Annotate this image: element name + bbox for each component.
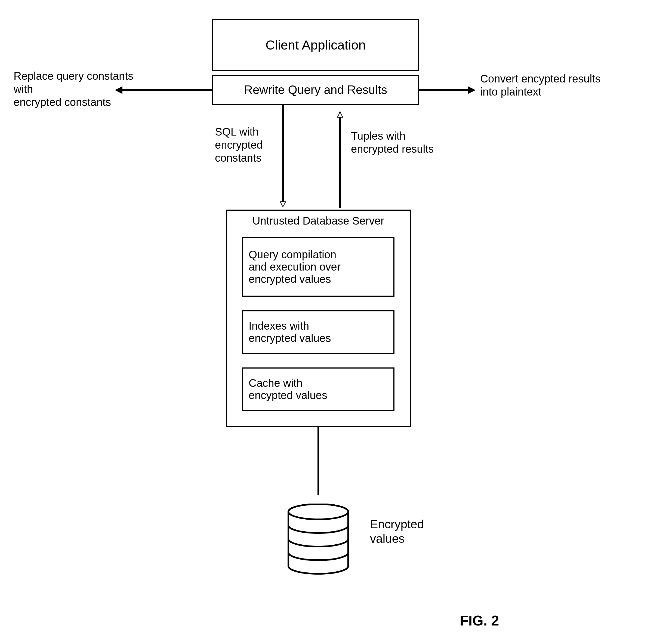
server-box-indexes: Indexes with encrypted values xyxy=(242,310,395,354)
arrow-right-line xyxy=(419,89,468,91)
arrow-tuples-up-line xyxy=(339,112,341,208)
sql-label: SQL with encrypted constants xyxy=(215,125,283,164)
svg-point-1 xyxy=(288,504,348,519)
storage-cylinder-icon xyxy=(286,504,351,577)
right-annotation-line1: Convert encypted results xyxy=(480,72,643,85)
sql-label-line2: encrypted xyxy=(215,138,283,151)
left-annotation-line3: encrypted constants xyxy=(14,95,190,109)
tuples-label-line1: Tuples with xyxy=(351,129,465,142)
arrow-right-head xyxy=(468,86,475,94)
left-annotation-line1: Replace query constants xyxy=(14,69,190,83)
tuples-label-line2: encrypted results xyxy=(351,142,465,156)
server-title: Untrusted Database Server xyxy=(227,211,410,227)
server-box-query: Query compilation and execution over enc… xyxy=(242,237,395,297)
storage-label: Encrypted values xyxy=(370,517,452,546)
storage-label-line1: Encrypted xyxy=(370,517,452,532)
sql-label-line3: constants xyxy=(215,151,283,164)
left-annotation-line2: with xyxy=(14,83,190,95)
server-box1-line2: and execution over xyxy=(249,261,340,273)
client-application-label: Client Application xyxy=(265,38,366,52)
figure-label: FIG. 2 xyxy=(460,613,499,629)
server-box3-line1: Cache with xyxy=(249,377,327,389)
server-box1-line1: Query compilation xyxy=(249,249,340,261)
right-annotation-line2: into plaintext xyxy=(480,85,643,98)
server-box3-line2: encypted values xyxy=(249,389,327,401)
storage-label-line2: values xyxy=(370,532,452,546)
arrow-storage-line xyxy=(317,427,319,496)
left-annotation: Replace query constants with encrypted c… xyxy=(14,69,190,109)
server-box2-line2: encrypted values xyxy=(249,332,331,344)
tuples-label: Tuples with encrypted results xyxy=(351,129,465,156)
server-box2-line1: Indexes with xyxy=(249,320,331,332)
rewrite-query-label: Rewrite Query and Results xyxy=(244,83,387,97)
client-application-box: Client Application xyxy=(212,19,419,71)
arrow-sql-down-head xyxy=(280,202,286,207)
arrow-tuples-up-head xyxy=(337,112,343,118)
server-box1-line3: encrypted values xyxy=(249,273,340,285)
sql-label-line1: SQL with xyxy=(215,125,283,138)
right-annotation: Convert encypted results into plaintext xyxy=(480,72,643,98)
server-box-cache: Cache with encypted values xyxy=(242,367,395,411)
rewrite-query-box: Rewrite Query and Results xyxy=(212,75,419,105)
